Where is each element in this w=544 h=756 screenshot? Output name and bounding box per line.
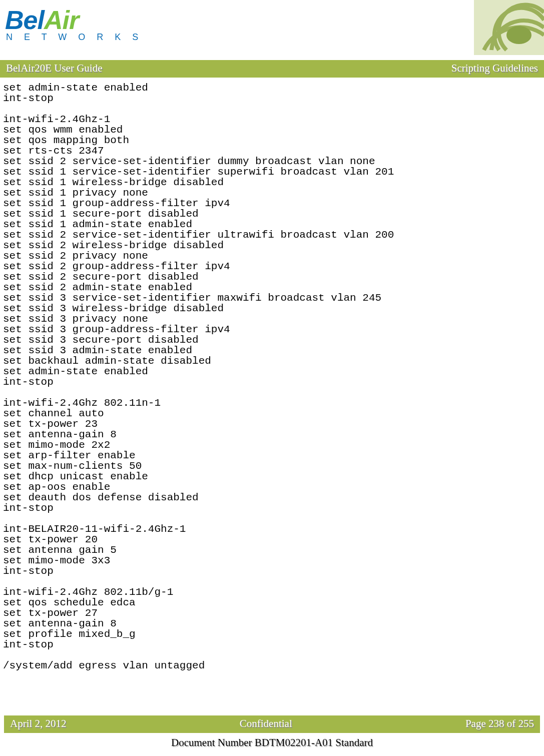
footer-document-number: Document Number BDTM02201-A01 Standard xyxy=(0,736,544,749)
svg-point-1 xyxy=(506,26,531,44)
logo-text: BelAir xyxy=(5,5,143,35)
logo-subtitle: N E T W O R K S xyxy=(5,32,143,43)
logo-part1: Bel xyxy=(5,6,44,35)
logo-part2: Air xyxy=(44,6,79,35)
footer-date: April 2, 2012 xyxy=(10,717,67,730)
footer-page: Page 238 of 255 xyxy=(465,717,534,730)
footer-confidential: Confidential xyxy=(240,717,292,730)
belair-logo: BelAir N E T W O R K S xyxy=(5,5,143,43)
title-left: BelAir20E User Guide xyxy=(6,62,102,75)
page-container: BelAir N E T W O R K S BelAir20E User Gu… xyxy=(0,0,544,756)
footer-bar: April 2, 2012 Confidential Page 238 of 2… xyxy=(4,715,540,733)
code-block: set admin-state enabled int-stop int-wif… xyxy=(0,78,544,671)
swirl-icon xyxy=(474,0,544,55)
title-right: Scripting Guidelines xyxy=(451,62,538,75)
title-bar: BelAir20E User Guide Scripting Guideline… xyxy=(0,60,544,78)
header: BelAir N E T W O R K S xyxy=(0,0,544,60)
